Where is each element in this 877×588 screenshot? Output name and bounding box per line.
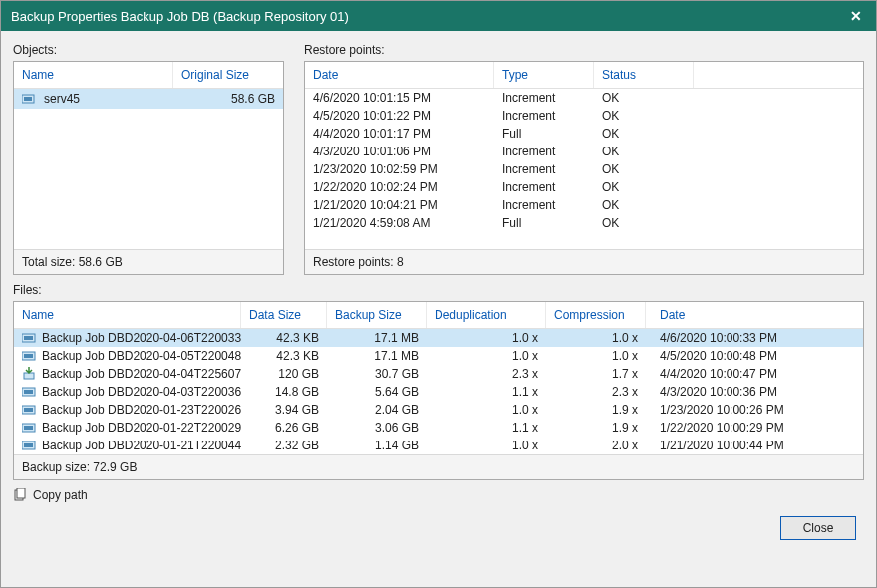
col-rp-status[interactable]: Status — [594, 62, 694, 88]
svg-rect-8 — [24, 390, 33, 394]
restore-label: Restore points: — [304, 43, 864, 57]
file-data-size: 3.94 GB — [241, 403, 327, 417]
rp-type: Increment — [494, 145, 594, 158]
obj-size: 58.6 GB — [173, 92, 283, 106]
copy-icon — [13, 488, 27, 502]
file-data-size: 42.3 KB — [241, 349, 327, 363]
file-dedup: 1.0 x — [427, 403, 546, 417]
window-title: Backup Properties Backup Job DB (Backup … — [11, 9, 846, 24]
file-date: 4/3/2020 10:00:36 PM — [646, 385, 863, 399]
copy-path-button[interactable]: Copy path — [13, 488, 88, 502]
increment-backup-icon — [22, 350, 38, 362]
file-name: Backup Job DBD2020-01-22T220029_... — [42, 421, 241, 435]
file-comp: 1.7 x — [546, 367, 646, 381]
restore-row[interactable]: 1/21/2020 10:04:21 PMIncrementOK — [305, 196, 863, 214]
increment-backup-icon — [22, 332, 38, 344]
file-name: Backup Job DBD2020-04-03T220036_... — [42, 385, 241, 399]
close-icon[interactable]: ✕ — [846, 8, 866, 24]
objects-panel: Name Original Size serv4558.6 GB Total s… — [13, 61, 284, 275]
col-obj-name[interactable]: Name — [14, 62, 173, 88]
restore-row[interactable]: 4/3/2020 10:01:06 PMIncrementOK — [305, 143, 863, 160]
file-data-size: 2.32 GB — [241, 439, 327, 452]
svg-rect-5 — [24, 354, 33, 358]
increment-backup-icon — [22, 404, 38, 416]
files-row[interactable]: Backup Job DBD2020-01-21T220044_...2.32 … — [14, 437, 863, 454]
rp-status: OK — [594, 198, 863, 212]
svg-rect-10 — [24, 408, 33, 412]
close-button[interactable]: Close — [780, 516, 856, 540]
increment-backup-icon — [22, 422, 38, 434]
svg-rect-17 — [17, 488, 25, 498]
col-f-comp[interactable]: Compression — [546, 302, 646, 328]
restore-row[interactable]: 4/5/2020 10:01:22 PMIncrementOK — [305, 107, 863, 125]
restore-row[interactable]: 4/6/2020 10:01:15 PMIncrementOK — [305, 89, 863, 107]
rp-status: OK — [594, 127, 863, 141]
objects-header: Name Original Size — [14, 62, 283, 89]
objects-row[interactable]: serv4558.6 GB — [14, 89, 283, 109]
objects-label: Objects: — [13, 43, 284, 57]
files-row[interactable]: Backup Job DBD2020-01-23T220026_...3.94 … — [14, 401, 863, 419]
copy-path-label: Copy path — [33, 488, 88, 502]
rp-type: Full — [494, 216, 594, 230]
col-f-data[interactable]: Data Size — [241, 302, 327, 328]
rp-status: OK — [594, 91, 863, 105]
file-comp: 2.0 x — [546, 439, 646, 452]
restore-row[interactable]: 4/4/2020 10:01:17 PMFullOK — [305, 125, 863, 143]
rp-date: 1/21/2020 10:04:21 PM — [305, 198, 494, 212]
file-name: Backup Job DBD2020-04-06T220033_... — [42, 331, 241, 345]
files-section: Files: Name Data Size Backup Size Dedupl… — [13, 283, 864, 480]
file-backup-size: 2.04 GB — [327, 403, 427, 417]
full-backup-icon — [22, 367, 38, 381]
col-obj-size[interactable]: Original Size — [173, 62, 283, 88]
files-row[interactable]: Backup Job DBD2020-01-22T220029_...6.26 … — [14, 419, 863, 437]
file-name: Backup Job DBD2020-01-23T220026_... — [42, 403, 241, 417]
col-f-name[interactable]: Name — [14, 302, 241, 328]
file-comp: 1.0 x — [546, 349, 646, 363]
rp-date: 4/4/2020 10:01:17 PM — [305, 127, 494, 141]
file-backup-size: 17.1 MB — [327, 331, 427, 345]
file-dedup: 2.3 x — [427, 367, 546, 381]
restore-row[interactable]: 1/22/2020 10:02:24 PMIncrementOK — [305, 178, 863, 196]
increment-backup-icon — [22, 386, 38, 398]
file-date: 4/5/2020 10:00:48 PM — [646, 349, 863, 363]
file-backup-size: 30.7 GB — [327, 367, 427, 381]
files-header: Name Data Size Backup Size Deduplication… — [14, 302, 863, 329]
file-comp: 1.9 x — [546, 403, 646, 417]
rp-date: 1/22/2020 10:02:24 PM — [305, 180, 494, 194]
files-row[interactable]: Backup Job DBD2020-04-04T225607_...120 G… — [14, 365, 863, 383]
restore-row[interactable]: 1/23/2020 10:02:59 PMIncrementOK — [305, 160, 863, 178]
col-f-date[interactable]: Date — [646, 302, 863, 328]
files-row[interactable]: Backup Job DBD2020-04-03T220036_...14.8 … — [14, 383, 863, 401]
file-dedup: 1.0 x — [427, 349, 546, 363]
file-backup-size: 5.64 GB — [327, 385, 427, 399]
col-f-dedup[interactable]: Deduplication — [427, 302, 546, 328]
file-name: Backup Job DBD2020-01-21T220044_... — [42, 439, 241, 452]
file-date: 1/21/2020 10:00:44 PM — [646, 439, 863, 452]
restore-row[interactable]: 1/21/2020 4:59:08 AMFullOK — [305, 214, 863, 232]
file-comp: 2.3 x — [546, 385, 646, 399]
rp-status: OK — [594, 180, 863, 194]
rp-status: OK — [594, 162, 863, 176]
file-backup-size: 1.14 GB — [327, 439, 427, 452]
col-f-backup[interactable]: Backup Size — [327, 302, 427, 328]
col-rp-date[interactable]: Date — [305, 62, 494, 88]
file-date: 4/6/2020 10:00:33 PM — [646, 331, 863, 345]
rp-date: 4/3/2020 10:01:06 PM — [305, 145, 494, 158]
files-row[interactable]: Backup Job DBD2020-04-06T220033_...42.3 … — [14, 329, 863, 347]
col-rp-type[interactable]: Type — [494, 62, 594, 88]
restore-section: Restore points: Date Type Status 4/6/202… — [304, 43, 864, 275]
restore-panel: Date Type Status 4/6/2020 10:01:15 PMInc… — [304, 61, 864, 275]
files-footer: Backup size: 72.9 GB — [14, 454, 863, 479]
rp-status: OK — [594, 216, 863, 230]
svg-rect-1 — [24, 97, 32, 101]
rp-type: Increment — [494, 162, 594, 176]
file-date: 4/4/2020 10:00:47 PM — [646, 367, 863, 381]
file-backup-size: 17.1 MB — [327, 349, 427, 363]
content-area: Objects: Name Original Size serv4558.6 G… — [1, 31, 876, 587]
files-row[interactable]: Backup Job DBD2020-04-05T220048_...42.3 … — [14, 347, 863, 365]
rp-type: Increment — [494, 198, 594, 212]
rp-type: Increment — [494, 109, 594, 123]
file-date: 1/23/2020 10:00:26 PM — [646, 403, 863, 417]
obj-name: serv45 — [44, 92, 80, 106]
rp-date: 1/23/2020 10:02:59 PM — [305, 162, 494, 176]
